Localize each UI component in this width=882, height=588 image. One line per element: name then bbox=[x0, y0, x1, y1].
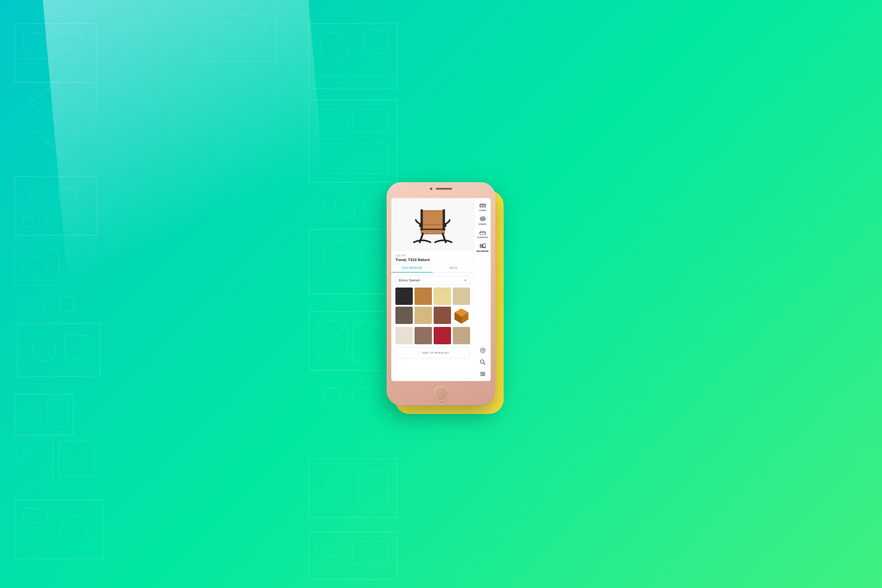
swatch-dark-brown[interactable] bbox=[395, 307, 413, 324]
svg-point-35 bbox=[321, 32, 350, 62]
svg-rect-90 bbox=[481, 219, 482, 220]
svg-rect-15 bbox=[59, 297, 74, 312]
swatch-black[interactable] bbox=[395, 288, 413, 305]
svg-rect-33 bbox=[247, 24, 265, 35]
product-image-area bbox=[392, 198, 474, 251]
svg-rect-103 bbox=[481, 245, 482, 247]
swatch-med-brown[interactable] bbox=[414, 327, 432, 344]
svg-point-22 bbox=[24, 409, 41, 426]
nav-item-sleeping[interactable]: SLEEPING bbox=[474, 228, 490, 241]
swatch-tan[interactable] bbox=[414, 288, 432, 305]
nav-item-decorate[interactable]: DECORATE bbox=[474, 241, 490, 255]
dining-icon bbox=[480, 216, 486, 222]
svg-rect-63 bbox=[358, 470, 388, 506]
dropdown-row: Ebony Stained ▼ bbox=[392, 273, 474, 288]
svg-rect-10 bbox=[38, 218, 47, 226]
svg-point-17 bbox=[32, 338, 56, 362]
bed-icon bbox=[480, 230, 486, 236]
swatch-cream[interactable] bbox=[453, 288, 470, 305]
svg-point-106 bbox=[483, 350, 484, 351]
product-info: Color Trend, T410 Nature bbox=[392, 251, 474, 264]
svg-point-7 bbox=[29, 191, 47, 209]
svg-point-114 bbox=[482, 375, 483, 376]
swatches-grid bbox=[392, 288, 474, 347]
swatch-3d-orange[interactable] bbox=[453, 307, 470, 325]
svg-rect-16 bbox=[18, 323, 100, 376]
nav-item-dining[interactable]: DINING bbox=[474, 214, 490, 228]
swatch-taupe[interactable] bbox=[453, 327, 470, 344]
svg-rect-8 bbox=[59, 188, 76, 200]
svg-rect-65 bbox=[318, 541, 341, 556]
sofa-icon bbox=[480, 203, 486, 208]
swatch-off-white[interactable] bbox=[395, 327, 413, 344]
filters-button[interactable] bbox=[478, 369, 488, 379]
svg-point-62 bbox=[326, 476, 350, 500]
svg-rect-9 bbox=[24, 218, 32, 226]
svg-rect-2 bbox=[53, 32, 82, 50]
tab-color-size[interactable]: COLOR/SIZE bbox=[392, 264, 433, 273]
svg-point-110 bbox=[481, 372, 483, 373]
svg-marker-5 bbox=[74, 82, 97, 112]
search-button[interactable] bbox=[478, 357, 488, 367]
svg-rect-61 bbox=[309, 459, 397, 518]
swatch-red[interactable] bbox=[434, 327, 451, 344]
swatch-sand[interactable] bbox=[414, 307, 432, 324]
svg-rect-58 bbox=[323, 388, 341, 406]
wood-finish-dropdown[interactable]: Ebony Stained ▼ bbox=[395, 276, 470, 285]
add-to-wishlist-button[interactable]: ♡ ADD TO WISHLIST bbox=[395, 347, 470, 358]
swatch-light-yellow[interactable] bbox=[434, 288, 451, 305]
chair-image bbox=[409, 202, 456, 247]
ar-view-button[interactable] bbox=[478, 346, 488, 355]
svg-marker-60 bbox=[329, 412, 364, 441]
sidebar-nav: LIVING DI bbox=[474, 198, 490, 381]
phone: Color Trend, T410 Nature COLOR/SIZE INFO… bbox=[387, 182, 495, 406]
svg-marker-12 bbox=[21, 256, 50, 279]
wishlist-label: ADD TO WISHLIST bbox=[422, 351, 449, 354]
dropdown-value: Ebony Stained bbox=[399, 278, 420, 282]
svg-rect-45 bbox=[318, 144, 388, 174]
decorate-icon bbox=[480, 243, 486, 249]
wishlist-row: ♡ ADD TO WISHLIST bbox=[392, 347, 474, 361]
phone-home-button[interactable] bbox=[434, 386, 448, 401]
svg-rect-88 bbox=[481, 218, 482, 219]
svg-point-30 bbox=[60, 516, 87, 542]
svg-rect-29 bbox=[24, 508, 47, 524]
color-label: Color bbox=[395, 254, 470, 257]
svg-rect-89 bbox=[483, 218, 484, 219]
svg-rect-47 bbox=[344, 206, 354, 216]
nav-item-living[interactable]: LIVING bbox=[474, 201, 490, 214]
app-content: Color Trend, T410 Nature COLOR/SIZE INFO… bbox=[392, 198, 474, 381]
phone-speaker bbox=[436, 188, 452, 190]
phone-camera bbox=[430, 188, 432, 190]
svg-rect-48 bbox=[364, 200, 379, 214]
nav-label-dining: DINING bbox=[478, 223, 486, 225]
nav-label-decorate: DECORATE bbox=[477, 250, 489, 252]
svg-rect-70 bbox=[443, 209, 445, 231]
svg-point-112 bbox=[483, 374, 484, 375]
svg-rect-13 bbox=[18, 300, 29, 312]
tabs-row: COLOR/SIZE INFO bbox=[392, 264, 474, 273]
nav-label-sleeping: SLEEPING bbox=[477, 236, 488, 238]
svg-rect-44 bbox=[353, 109, 388, 132]
color-name: Trend, T410 Nature bbox=[395, 258, 470, 262]
nav-bottom bbox=[478, 346, 488, 381]
nav-label-living: LIVING bbox=[479, 209, 486, 212]
svg-rect-57 bbox=[353, 321, 388, 362]
phone-top bbox=[430, 188, 452, 190]
svg-rect-50 bbox=[309, 230, 397, 294]
svg-rect-23 bbox=[47, 400, 68, 426]
tab-info[interactable]: INFO bbox=[433, 264, 474, 273]
swatch-mahogany[interactable] bbox=[434, 307, 451, 324]
svg-rect-31 bbox=[206, 15, 276, 62]
svg-rect-66 bbox=[353, 541, 388, 564]
scene: Color Trend, T410 Nature COLOR/SIZE INFO… bbox=[387, 182, 495, 406]
svg-rect-32 bbox=[220, 24, 238, 35]
svg-rect-82 bbox=[483, 205, 485, 207]
svg-rect-1 bbox=[24, 32, 47, 50]
svg-marker-4 bbox=[29, 82, 59, 123]
svg-point-104 bbox=[480, 348, 485, 353]
svg-rect-91 bbox=[483, 219, 484, 220]
svg-rect-11 bbox=[15, 250, 59, 285]
heart-icon: ♡ bbox=[417, 351, 420, 355]
svg-rect-81 bbox=[480, 205, 483, 207]
